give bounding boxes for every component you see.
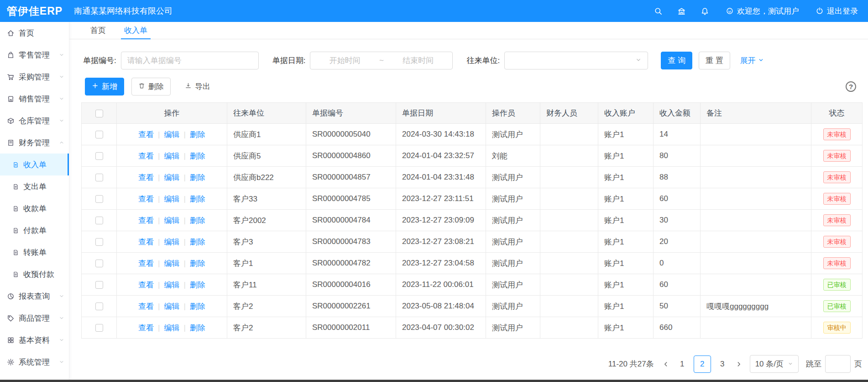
delete-button[interactable]: 删除	[131, 78, 171, 96]
delete-link[interactable]: 删除	[190, 152, 205, 160]
edit-link[interactable]: 编辑	[164, 152, 180, 160]
row-checkbox[interactable]	[95, 302, 103, 310]
cell-unit: 供应商5	[227, 145, 306, 167]
row-checkbox[interactable]	[95, 281, 103, 289]
doc-icon	[12, 205, 19, 212]
row-checkbox[interactable]	[95, 131, 103, 138]
cell-bill-no: SR00000004784	[306, 210, 396, 231]
bill-no-input[interactable]	[121, 52, 259, 69]
edit-link[interactable]: 编辑	[164, 238, 180, 246]
table-row: 查看|编辑|删除 客户2002 SR00000004784 2023-12-27…	[82, 210, 863, 231]
search-button[interactable]: 查 询	[661, 52, 692, 69]
page-3-button[interactable]: 3	[714, 355, 731, 373]
sidebar-item-report[interactable]: 报表查询	[0, 285, 69, 307]
edit-link[interactable]: 编辑	[164, 173, 180, 182]
row-checkbox[interactable]	[95, 324, 103, 332]
view-link[interactable]: 查看	[138, 259, 154, 268]
sidebar-item-advance-receipt[interactable]: 收预付款	[0, 263, 69, 285]
delete-link[interactable]: 删除	[190, 324, 205, 332]
date-end-placeholder: 结束时间	[403, 55, 434, 66]
sidebar: 首页零售管理采购管理销售管理仓库管理财务管理收入单支出单收款单付款单转账单收预付…	[0, 22, 69, 382]
table-header-row: 操作 往来单位 单据编号 单据日期 操作员 财务人员 收入账户 收入金额 备注 …	[82, 103, 863, 124]
app-logo: 管伊佳ERP	[0, 4, 69, 18]
tab-home[interactable]: 首页	[81, 22, 115, 39]
sidebar-item-goods[interactable]: 商品管理	[0, 307, 69, 329]
delete-link[interactable]: 删除	[190, 173, 205, 182]
sidebar-item-sales[interactable]: 销售管理	[0, 88, 69, 110]
edit-link[interactable]: 编辑	[164, 130, 180, 139]
edit-link[interactable]: 编辑	[164, 324, 180, 332]
view-link[interactable]: 查看	[138, 152, 154, 160]
view-link[interactable]: 查看	[138, 324, 154, 332]
view-link[interactable]: 查看	[138, 130, 154, 139]
row-checkbox[interactable]	[95, 195, 103, 203]
sidebar-item-retail[interactable]: 零售管理	[0, 44, 69, 66]
tab-income-bill[interactable]: 收入单	[115, 22, 157, 39]
status-badge: 已审核	[823, 300, 851, 312]
view-link[interactable]: 查看	[138, 216, 154, 225]
view-link[interactable]: 查看	[138, 195, 154, 203]
jump-label: 跳至	[806, 359, 821, 369]
edit-link[interactable]: 编辑	[164, 302, 180, 311]
delete-link[interactable]: 删除	[190, 302, 205, 311]
sidebar-item-expense-bill[interactable]: 支出单	[0, 175, 69, 197]
edit-link[interactable]: 编辑	[164, 281, 180, 289]
building-icon[interactable]	[677, 7, 686, 16]
sidebar-item-system[interactable]: 系统管理	[0, 351, 69, 373]
delete-link[interactable]: 删除	[190, 259, 205, 268]
view-link[interactable]: 查看	[138, 302, 154, 311]
row-checkbox[interactable]	[95, 260, 103, 267]
user-menu[interactable]: 欢迎您，测试用户	[726, 6, 799, 16]
sidebar-item-home[interactable]: 首页	[0, 22, 69, 44]
add-button[interactable]: 新增	[85, 78, 124, 96]
next-page-button[interactable]	[732, 355, 745, 373]
sidebar-item-warehouse[interactable]: 仓库管理	[0, 110, 69, 132]
delete-link[interactable]: 删除	[190, 195, 205, 203]
page-1-button[interactable]: 1	[674, 355, 691, 373]
cell-bill-no: SR00000005040	[306, 124, 396, 145]
sidebar-item-basic-data[interactable]: 基本资料	[0, 329, 69, 351]
cell-remark	[701, 124, 811, 145]
prev-page-button[interactable]	[659, 355, 672, 373]
cell-account: 账户1	[598, 274, 654, 296]
unit-select[interactable]	[504, 52, 648, 69]
view-link[interactable]: 查看	[138, 281, 154, 289]
sidebar-item-transfer-bill[interactable]: 转账单	[0, 241, 69, 263]
edit-link[interactable]: 编辑	[164, 216, 180, 225]
delete-link[interactable]: 删除	[190, 281, 205, 289]
cell-remark	[701, 253, 811, 274]
bell-icon[interactable]	[701, 7, 709, 16]
logout-button[interactable]: 退出登录	[816, 6, 858, 16]
sidebar-item-receipt-bill[interactable]: 收款单	[0, 197, 69, 219]
export-button[interactable]: 导出	[178, 78, 217, 96]
expand-link[interactable]: 展开	[740, 55, 764, 66]
row-checkbox[interactable]	[95, 217, 103, 224]
sidebar-item-purchase[interactable]: 采购管理	[0, 66, 69, 88]
select-all-checkbox[interactable]	[95, 110, 103, 117]
status-badge: 已审核	[823, 279, 851, 291]
edit-link[interactable]: 编辑	[164, 259, 180, 268]
sidebar-item-payment-bill[interactable]: 付款单	[0, 219, 69, 241]
row-checkbox[interactable]	[95, 152, 103, 160]
page-size-select[interactable]: 10 条/页	[750, 355, 799, 373]
bill-date-range-picker[interactable]: 开始时间 ~ 结束时间	[310, 52, 453, 69]
sidebar-item-finance[interactable]: 财务管理	[0, 132, 69, 154]
delete-link[interactable]: 删除	[190, 216, 205, 225]
page-2-button[interactable]: 2	[694, 355, 711, 373]
delete-link[interactable]: 删除	[190, 238, 205, 246]
table-row: 查看|编辑|删除 客户33 SR00000004785 2023-12-27 2…	[82, 188, 863, 210]
sidebar-item-income-bill[interactable]: 收入单	[0, 154, 69, 175]
top-bar: 管伊佳ERP 南通某某网络科技有限公司 欢迎您，测试用户 退出登录	[0, 0, 868, 22]
jump-input[interactable]	[825, 355, 851, 373]
view-link[interactable]: 查看	[138, 238, 154, 246]
row-checkbox[interactable]	[95, 238, 103, 246]
doc-icon	[12, 227, 19, 234]
reset-button[interactable]: 重 置	[699, 52, 730, 69]
search-icon[interactable]	[654, 7, 663, 16]
help-icon[interactable]: ?	[846, 81, 856, 92]
edit-link[interactable]: 编辑	[164, 195, 180, 203]
view-link[interactable]: 查看	[138, 173, 154, 182]
purchase-icon	[7, 73, 15, 81]
delete-link[interactable]: 删除	[190, 130, 205, 139]
row-checkbox[interactable]	[95, 174, 103, 181]
